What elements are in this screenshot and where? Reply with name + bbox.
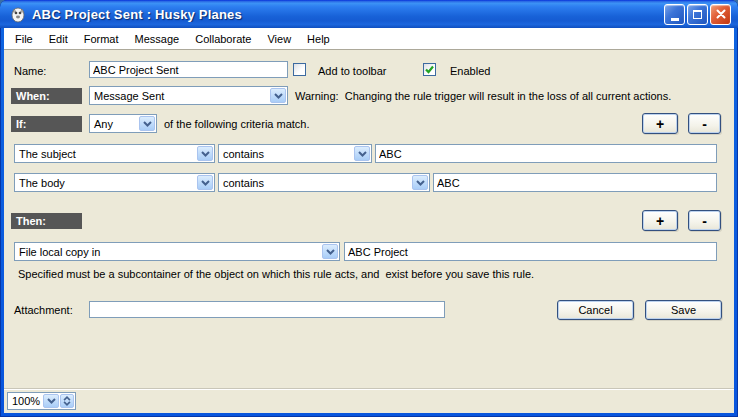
menu-help[interactable]: Help — [299, 30, 338, 48]
then-add-action-button[interactable]: + — [642, 210, 678, 231]
chevron-down-icon — [270, 88, 286, 103]
zoom-spinner[interactable] — [60, 394, 74, 408]
minimize-icon — [671, 18, 679, 21]
chevron-down-icon[interactable] — [43, 394, 59, 408]
chevron-down-icon — [197, 146, 213, 161]
name-input[interactable] — [89, 61, 288, 78]
criterion-field-select[interactable]: The subject — [14, 144, 215, 163]
zoom-value: 100% — [8, 393, 43, 409]
cancel-button[interactable]: Cancel — [557, 300, 634, 320]
criterion-value-input[interactable] — [375, 144, 717, 163]
menu-file[interactable]: File — [7, 30, 41, 48]
if-criteria-suffix: of the following criteria match. — [164, 118, 310, 130]
menu-edit[interactable]: Edit — [41, 30, 76, 48]
criterion-value-input[interactable] — [433, 173, 717, 192]
when-trigger-select[interactable]: Message Sent — [89, 86, 288, 105]
action-select[interactable]: File local copy in — [14, 242, 340, 261]
close-button[interactable] — [710, 4, 731, 25]
if-add-criterion-button[interactable]: + — [642, 113, 678, 134]
criterion-field-select[interactable]: The body — [14, 173, 215, 192]
when-warning-text: Warning: Changing the rule trigger will … — [295, 90, 671, 102]
maximize-icon — [693, 10, 702, 19]
if-section-label: If: — [11, 116, 82, 132]
add-to-toolbar-label: Add to toolbar — [318, 65, 387, 77]
menu-message[interactable]: Message — [127, 30, 188, 48]
rule-editor-window: ABC Project Sent : Husky Planes File Edi… — [0, 0, 738, 417]
add-to-toolbar-checkbox[interactable] — [293, 63, 306, 76]
criterion-operator-select[interactable]: contains — [218, 173, 430, 192]
rule-form: Name: Add to toolbar Enabled When: Messa… — [4, 50, 734, 388]
app-icon — [10, 6, 27, 23]
when-section-label: When: — [11, 88, 82, 104]
menu-format[interactable]: Format — [76, 30, 127, 48]
menu-collaborate[interactable]: Collaborate — [187, 30, 259, 48]
chevron-down-icon — [139, 116, 155, 131]
maximize-button[interactable] — [687, 4, 708, 25]
checkmark-icon — [424, 64, 435, 75]
rule-note-text: Specified must be a subcontainer of the … — [18, 268, 718, 280]
attachment-input[interactable] — [89, 301, 445, 318]
menubar: File Edit Format Message Collaborate Vie… — [4, 28, 734, 50]
chevron-down-icon — [354, 146, 370, 161]
action-target-input[interactable] — [344, 242, 717, 261]
chevron-down-icon — [322, 244, 338, 259]
criterion-operator-select[interactable]: contains — [218, 144, 372, 163]
enabled-label: Enabled — [450, 65, 490, 77]
chevron-down-icon — [412, 175, 428, 190]
then-remove-action-button[interactable]: - — [688, 210, 721, 231]
if-remove-criterion-button[interactable]: - — [688, 113, 721, 134]
if-match-select[interactable]: Any — [89, 114, 157, 133]
menu-view[interactable]: View — [259, 30, 299, 48]
save-button[interactable]: Save — [645, 300, 722, 320]
titlebar: ABC Project Sent : Husky Planes — [0, 0, 738, 28]
chevron-down-icon — [63, 401, 71, 406]
chevron-down-icon — [197, 175, 213, 190]
window-title: ABC Project Sent : Husky Planes — [32, 7, 664, 22]
minimize-button[interactable] — [664, 4, 685, 25]
close-icon — [716, 9, 726, 19]
zoom-combo[interactable]: 100% — [7, 392, 76, 410]
enabled-checkbox[interactable] — [423, 63, 436, 76]
name-label: Name: — [14, 65, 46, 77]
attachment-label: Attachment: — [14, 304, 73, 316]
statusbar: 100% — [4, 388, 734, 413]
then-section-label: Then: — [11, 213, 82, 229]
